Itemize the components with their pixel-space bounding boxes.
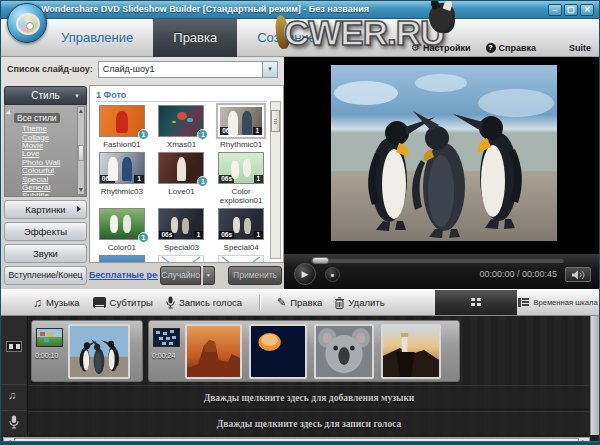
timeline-thumb-penguins[interactable] [68, 324, 130, 379]
intro-outro-button[interactable]: Вступление/Конец [4, 266, 87, 285]
preview-image-penguins [331, 65, 557, 241]
timeline-clip-group-2[interactable]: 0:00:24 [148, 320, 460, 382]
help-label: Справка [499, 43, 536, 53]
scroll-down-icon[interactable] [79, 188, 83, 192]
free-resources-link[interactable]: Бесплатные ресурсы [89, 270, 158, 280]
minimize-button[interactable]: – [548, 4, 562, 16]
scrollbar-thumb[interactable] [271, 110, 280, 132]
style-thumb-xmas01[interactable]: 1 [158, 105, 204, 137]
count-badge: 1 [197, 176, 208, 187]
microphone-icon [166, 296, 175, 309]
music-hint-text: Дважды щелкните здесь для добавления муз… [204, 393, 415, 403]
style-thumb-rhythmic03[interactable]: 06s1 [99, 152, 145, 184]
count-badge: 1 [138, 232, 149, 243]
clip-style-thumb[interactable] [153, 328, 180, 347]
style-header-label: Стиль [31, 90, 59, 101]
style-thumb-love01[interactable]: 1 [158, 152, 204, 184]
pictures-button[interactable]: Картинки [4, 200, 87, 219]
edit-button[interactable]: ✎ Правка [277, 296, 322, 309]
tree-item-movie[interactable]: Movie [8, 142, 76, 150]
app-window: Wondershare DVD Slideshow Builder [Станд… [0, 0, 600, 445]
style-header-button[interactable]: Стиль ▼ [4, 86, 87, 105]
style-thumb-color01[interactable]: 1 [99, 208, 145, 240]
apply-button[interactable]: Применить [228, 266, 282, 285]
voice-record-button[interactable]: Запись голоса [166, 296, 242, 309]
chevron-down-icon: ▼ [74, 93, 80, 99]
timeline-v-scrollbar[interactable] [590, 316, 599, 435]
volume-button[interactable] [565, 267, 591, 282]
track-divider [1, 410, 27, 411]
tree-item-all-styles[interactable]: Все стили [14, 113, 60, 123]
slideshow-select[interactable]: Слайд-шоу1 ▼ [98, 61, 278, 78]
app-logo-icon [7, 3, 47, 43]
music-track-icon: ♫ [8, 389, 16, 401]
music-button[interactable]: ♫ Музыка [33, 296, 80, 310]
speaker-icon [571, 270, 585, 280]
tab-upravlenie[interactable]: Управление [41, 19, 153, 57]
timeline-thumb-koala[interactable] [314, 324, 374, 379]
maximize-button[interactable]: ▢ [564, 4, 578, 16]
random-dropdown-button[interactable]: ▼ [203, 266, 215, 285]
random-button[interactable]: Случайно [160, 266, 201, 285]
dvd-disc-icon [16, 13, 40, 35]
music-track-hint-row[interactable]: Дважды щелкните здесь для добавления муз… [28, 385, 590, 410]
clip-time: 0:00:10 [35, 352, 58, 359]
voice-track-hint-row[interactable]: Дважды щелкните здесь для записи голоса [28, 411, 590, 436]
styles-panel: 1 Фото 1Fashion01 1Xmas01 06s1Rhythmic01… [89, 85, 284, 263]
count-badge: 1 [138, 129, 149, 140]
timeline-thumb-jellyfish[interactable] [249, 324, 307, 379]
tab-pravka[interactable]: Правка [153, 19, 237, 57]
scroll-up-icon[interactable] [79, 109, 83, 113]
timeline-view-button[interactable]: Временная шкала [517, 290, 599, 315]
styles-count-header: 1 Фото [96, 89, 267, 102]
stop-button[interactable]: ■ [325, 267, 340, 282]
storyboard-grid-icon [471, 298, 482, 307]
tree-expand-icon[interactable] [5, 110, 12, 117]
seek-handle[interactable] [312, 257, 329, 264]
time-display: 00:00:00 / 00:00:45 [479, 269, 557, 279]
seek-slider[interactable] [311, 259, 564, 263]
timeline-thumb-desert[interactable] [185, 324, 242, 379]
style-thumb-placeholder[interactable]: 1 [218, 255, 264, 263]
style-sidebar: Стиль ▼ Все стили Theme Collage Movie Lo… [4, 86, 87, 285]
main-area: Список слайд-шоу: Слайд-шоу1 ▼ Стиль ▼ В… [1, 57, 599, 289]
sounds-button[interactable]: Звуки [4, 244, 87, 263]
chevron-right-icon [77, 206, 81, 212]
timeline-lines-icon [518, 298, 529, 307]
pictures-label: Картинки [25, 204, 65, 215]
edit-toolbar: ♫ Музыка Субтитры Запись голоса ✎ Правка [1, 289, 599, 316]
video-track-icon [6, 341, 22, 352]
play-button[interactable]: ▶ [294, 263, 316, 285]
watermark-dog-figure [429, 3, 455, 33]
clip-time: 0:00:24 [152, 352, 175, 359]
close-button[interactable]: ✕ [580, 4, 594, 16]
tree-item-subtitle[interactable]: Subtitle [8, 192, 76, 196]
style-thumb-rhythmic01-selected[interactable]: 06s1 [218, 105, 264, 137]
subtitles-button[interactable]: Субтитры [93, 297, 153, 308]
cwer-watermark: CWER.RU [284, 13, 444, 53]
chevron-down-icon[interactable]: ▼ [262, 62, 277, 77]
timeline-thumb-lighthouse[interactable] [381, 324, 441, 379]
delete-button[interactable]: Удалить [335, 297, 384, 309]
slideshow-select-value: Слайд-шоу1 [103, 64, 155, 74]
subtitles-icon [93, 297, 106, 308]
style-thumb-fashion01[interactable]: 1 [99, 105, 145, 137]
clip-style-thumb[interactable] [36, 328, 63, 347]
effects-button[interactable]: Эффекты [4, 222, 87, 241]
pencil-icon: ✎ [277, 296, 286, 309]
style-thumb-placeholder[interactable]: 1 [158, 255, 204, 263]
storyboard-view-button[interactable] [435, 290, 517, 315]
tree-scrollbar[interactable] [77, 106, 85, 194]
style-thumb-photo[interactable]: 05s1 [99, 255, 145, 263]
count-badge: 1 [197, 129, 208, 140]
slideshow-list-label: Список слайд-шоу: [7, 64, 93, 74]
suite-button[interactable]: Suite [569, 43, 591, 53]
styles-scrollbar[interactable] [270, 101, 281, 259]
scrollbar-thumb[interactable] [78, 145, 84, 161]
help-button[interactable]: ? Справка [486, 43, 536, 53]
style-thumb-special03[interactable]: 06s1 [158, 208, 204, 240]
timeline-clip-group-1[interactable]: 0:00:10 [31, 320, 143, 382]
style-thumb-special04[interactable]: 06s1 [218, 208, 264, 240]
trash-icon [335, 297, 344, 309]
style-thumb-color-explosion01[interactable]: 06s1 [218, 152, 264, 184]
